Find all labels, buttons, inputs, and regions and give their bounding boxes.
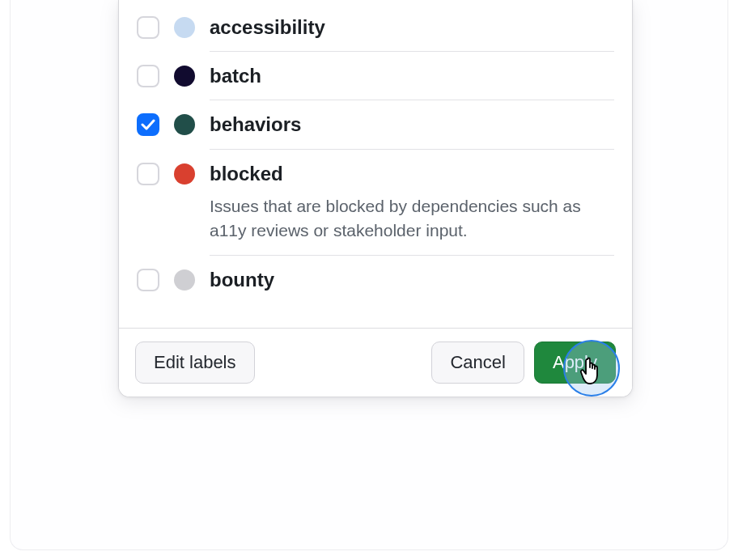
checkbox-behaviors[interactable] — [137, 113, 159, 136]
label-name: batch — [210, 63, 614, 88]
label-text-col: bounty — [210, 267, 614, 303]
label-color-dot — [174, 114, 195, 135]
label-description: Issues that are blocked by dependencies … — [210, 194, 614, 244]
label-row-bounty[interactable]: bounty — [119, 256, 632, 303]
cancel-button[interactable]: Cancel — [431, 342, 524, 384]
popup-footer: Edit labels Cancel Apply — [119, 328, 632, 397]
label-name: behaviors — [210, 112, 614, 137]
checkbox-bounty[interactable] — [137, 269, 159, 291]
label-row-batch[interactable]: batch — [119, 52, 632, 100]
label-color-dot — [174, 163, 195, 185]
check-icon — [141, 119, 155, 130]
label-text-col: accessibility — [210, 15, 614, 52]
checkbox-batch[interactable] — [137, 65, 159, 87]
label-selection-popup: accessibility batch behaviors — [118, 0, 633, 397]
label-text-col: blocked Issues that are blocked by depen… — [210, 161, 614, 256]
apply-button[interactable]: Apply — [534, 342, 616, 384]
label-color-dot — [174, 269, 195, 291]
label-row-behaviors[interactable]: behaviors — [119, 100, 632, 149]
label-name: accessibility — [210, 15, 614, 40]
label-color-dot — [174, 66, 195, 87]
label-text-col: behaviors — [210, 112, 614, 149]
label-name: bounty — [210, 267, 614, 292]
checkbox-blocked[interactable] — [137, 163, 159, 185]
label-name: blocked — [210, 161, 614, 186]
label-row-accessibility[interactable]: accessibility — [119, 3, 632, 52]
edit-labels-button[interactable]: Edit labels — [135, 342, 255, 384]
label-color-dot — [174, 17, 195, 38]
checkbox-accessibility[interactable] — [137, 16, 159, 39]
label-list: accessibility batch behaviors — [119, 0, 632, 328]
label-row-blocked[interactable]: blocked Issues that are blocked by depen… — [119, 150, 632, 256]
label-text-col: batch — [210, 63, 614, 100]
